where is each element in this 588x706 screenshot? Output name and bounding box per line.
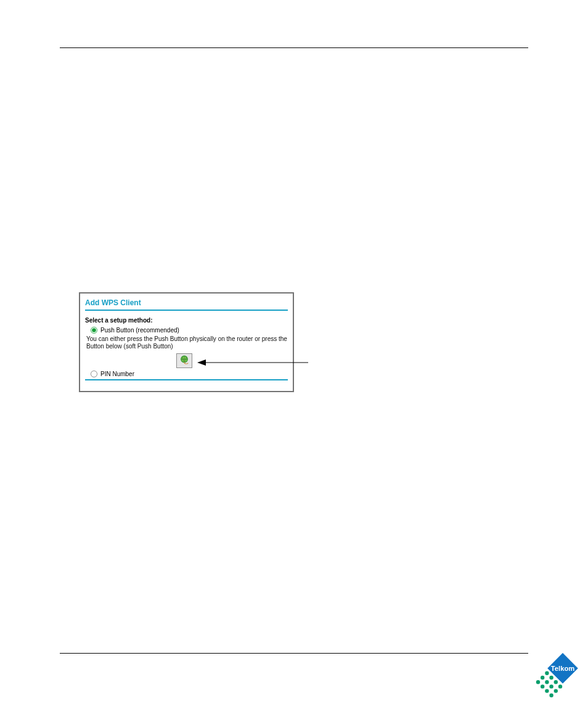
radio-push-button-label: Push Button (recommended) xyxy=(100,327,179,334)
svg-point-8 xyxy=(558,684,562,688)
top-rule xyxy=(60,47,528,48)
svg-point-9 xyxy=(541,676,544,679)
svg-point-16 xyxy=(549,694,553,697)
radio-pin-number[interactable]: PIN Number xyxy=(90,370,288,378)
wps-push-description: You can either press the Push Button phy… xyxy=(86,335,288,350)
radio-push-button-input[interactable] xyxy=(91,327,97,334)
divider xyxy=(85,310,288,311)
svg-point-14 xyxy=(541,684,544,688)
svg-point-5 xyxy=(545,671,549,675)
svg-point-12 xyxy=(554,689,558,692)
radio-push-button[interactable]: Push Button (recommended) xyxy=(90,326,288,334)
globe-hand-icon xyxy=(179,355,190,367)
radio-pin-number-input[interactable] xyxy=(91,371,97,377)
divider xyxy=(85,379,288,380)
svg-point-6 xyxy=(549,676,553,679)
svg-point-11 xyxy=(549,684,553,688)
wps-soft-button[interactable] xyxy=(176,353,192,368)
wps-dialog-title: Add WPS Client xyxy=(85,298,288,307)
svg-point-15 xyxy=(545,689,549,692)
bottom-rule xyxy=(60,653,528,654)
add-wps-client-dialog: Add WPS Client Select a setup method: Pu… xyxy=(79,292,294,392)
telkom-logo: Telkom xyxy=(533,651,583,700)
svg-point-10 xyxy=(545,680,549,684)
radio-pin-number-label: PIN Number xyxy=(100,371,134,377)
svg-point-13 xyxy=(536,680,540,684)
svg-text:Telkom: Telkom xyxy=(551,665,574,672)
wps-subtitle: Select a setup method: xyxy=(85,317,288,324)
svg-point-7 xyxy=(554,680,558,684)
wps-soft-button-row xyxy=(85,353,288,369)
